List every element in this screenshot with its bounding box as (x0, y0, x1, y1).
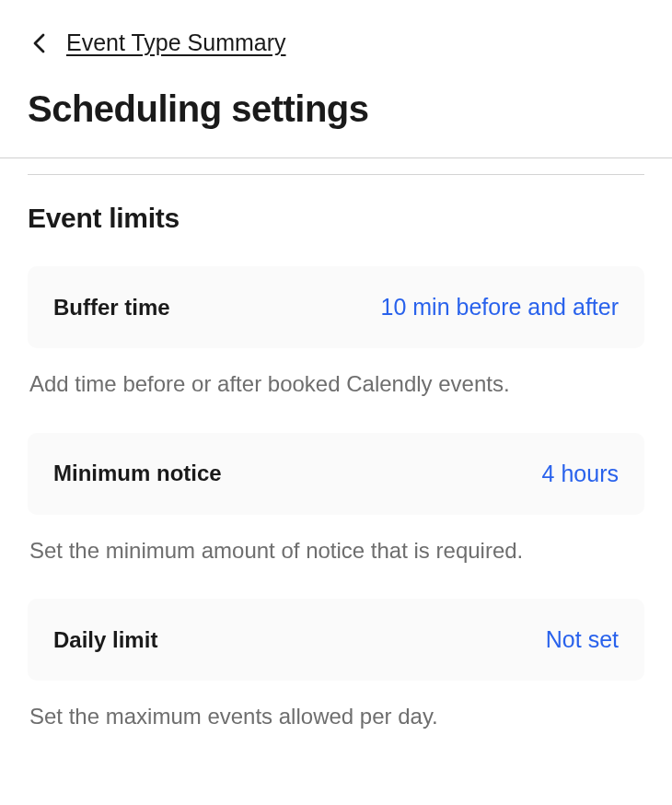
setting-card-buffer[interactable]: Buffer time 10 min before and after (28, 266, 644, 348)
page-title: Scheduling settings (28, 88, 644, 130)
content-area: Event limits Buffer time 10 min before a… (0, 174, 672, 732)
setting-label: Daily limit (53, 627, 157, 653)
back-button[interactable] (28, 32, 50, 54)
breadcrumb: Event Type Summary (28, 29, 644, 56)
setting-value: 10 min before and after (381, 294, 620, 321)
setting-description: Set the maximum events allowed per day. (28, 701, 644, 732)
setting-card-notice[interactable]: Minimum notice 4 hours (28, 433, 644, 515)
setting-label: Buffer time (53, 295, 170, 321)
setting-card-daily[interactable]: Daily limit Not set (28, 599, 644, 681)
setting-buffer-time: Buffer time 10 min before and after Add … (28, 266, 644, 400)
chevron-left-icon (32, 33, 45, 53)
breadcrumb-link[interactable]: Event Type Summary (66, 29, 286, 56)
divider (28, 174, 644, 175)
setting-value: Not set (546, 626, 619, 653)
section-title: Event limits (28, 203, 644, 234)
setting-description: Set the minimum amount of notice that is… (28, 535, 644, 566)
setting-minimum-notice: Minimum notice 4 hours Set the minimum a… (28, 433, 644, 566)
setting-description: Add time before or after booked Calendly… (28, 368, 644, 400)
setting-label: Minimum notice (53, 461, 222, 486)
page-header: Event Type Summary Scheduling settings (0, 0, 672, 158)
setting-daily-limit: Daily limit Not set Set the maximum even… (28, 599, 644, 732)
setting-value: 4 hours (542, 461, 619, 487)
